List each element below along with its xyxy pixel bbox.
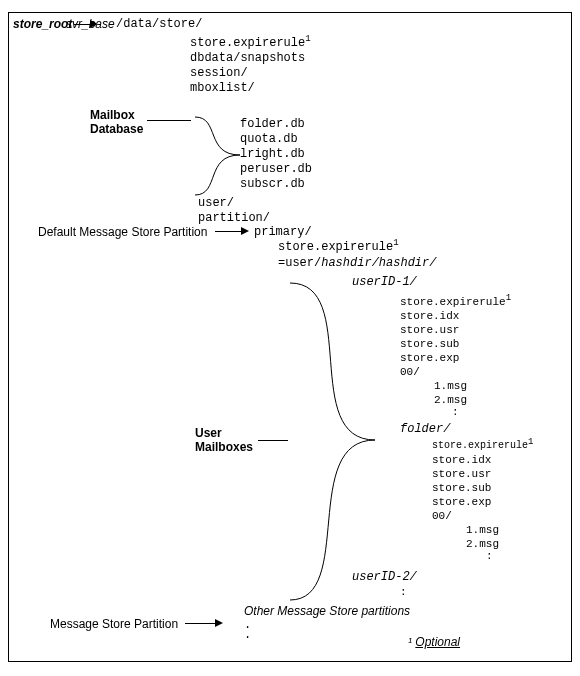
- tree-primary-rule: store.expirerule1: [278, 240, 399, 254]
- u1-idx: store.idx: [400, 310, 459, 322]
- default-msp-arrow-line: [215, 231, 243, 232]
- f-idx: store.idx: [432, 454, 491, 466]
- default-msp-label: Default Message Store Partition: [38, 225, 207, 239]
- tree-session: session/: [190, 66, 248, 80]
- user-mb-line2: Mailboxes: [195, 440, 253, 454]
- db-folder: folder.db: [240, 117, 305, 131]
- f-msg1: 1.msg: [466, 524, 499, 536]
- svr-base-label: svr_base: [66, 17, 115, 31]
- tree-user: user/: [198, 196, 234, 210]
- default-msp-arrow-head: [241, 227, 249, 235]
- optional-mark: ¹: [408, 635, 412, 649]
- f-exp: store.exp: [432, 496, 491, 508]
- tree-partition: partition/: [198, 211, 270, 225]
- optional-text: Optional: [415, 635, 460, 649]
- mailbox-db-line2: Database: [90, 122, 143, 136]
- other-partitions-label: Other Message Store partitions: [244, 604, 410, 618]
- optional-footnote: ¹ Optional: [408, 635, 460, 649]
- userid2: userID-2/: [352, 570, 417, 584]
- u1-vdots: :: [452, 406, 459, 418]
- u1-msg1: 1.msg: [434, 380, 467, 392]
- other-dots2: .: [244, 628, 251, 642]
- f-zero: 00/: [432, 510, 452, 522]
- user-mb-line1: User: [195, 426, 253, 440]
- tree-mboxlist: mboxlist/: [190, 81, 255, 95]
- u1-exp: store.exp: [400, 352, 459, 364]
- u1-msg2: 2.msg: [434, 394, 467, 406]
- tree-hashdir: hashdir/hashdir/: [321, 256, 436, 270]
- mailbox-db-line1: Mailbox: [90, 108, 143, 122]
- f-rule: store.expirerule1: [432, 440, 533, 451]
- u1-usr: store.usr: [400, 324, 459, 336]
- header-row: store_root: [13, 17, 72, 31]
- u1-folder: folder/: [400, 422, 450, 436]
- path-data-store: /data/store/: [116, 17, 202, 31]
- f-usr: store.usr: [432, 468, 491, 480]
- tree-userhash-eq: =user/: [278, 256, 321, 270]
- db-subscr: subscr.db: [240, 177, 305, 191]
- mailbox-database-label: Mailbox Database: [90, 108, 143, 136]
- msp-arrow-line: [185, 623, 217, 624]
- mailbox-db-connector: [147, 120, 191, 121]
- f-msg2: 2.msg: [466, 538, 499, 550]
- db-quota: quota.db: [240, 132, 298, 146]
- userid1: userID-1/: [352, 275, 417, 289]
- store-root-label: store_root: [13, 17, 72, 31]
- u1-sub: store.sub: [400, 338, 459, 350]
- db-lright: lright.db: [240, 147, 305, 161]
- f-vdots: :: [486, 550, 493, 562]
- u2-vdots: :: [400, 586, 407, 598]
- db-peruser: peruser.db: [240, 162, 312, 176]
- u1-zero: 00/: [400, 366, 420, 378]
- tree-userhash-row: =user/hashdir/hashdir/: [278, 255, 436, 270]
- user-mb-connector: [258, 440, 288, 441]
- msp-label: Message Store Partition: [50, 617, 178, 631]
- tree-primary: primary/: [254, 225, 312, 239]
- msp-arrow-head: [215, 619, 223, 627]
- f-sub: store.sub: [432, 482, 491, 494]
- tree-expirerule: store.expirerule1: [190, 36, 311, 50]
- user-mailboxes-label: User Mailboxes: [195, 426, 253, 454]
- u1-rule: store.expirerule1: [400, 296, 511, 308]
- tree-dbdata: dbdata/snapshots: [190, 51, 305, 65]
